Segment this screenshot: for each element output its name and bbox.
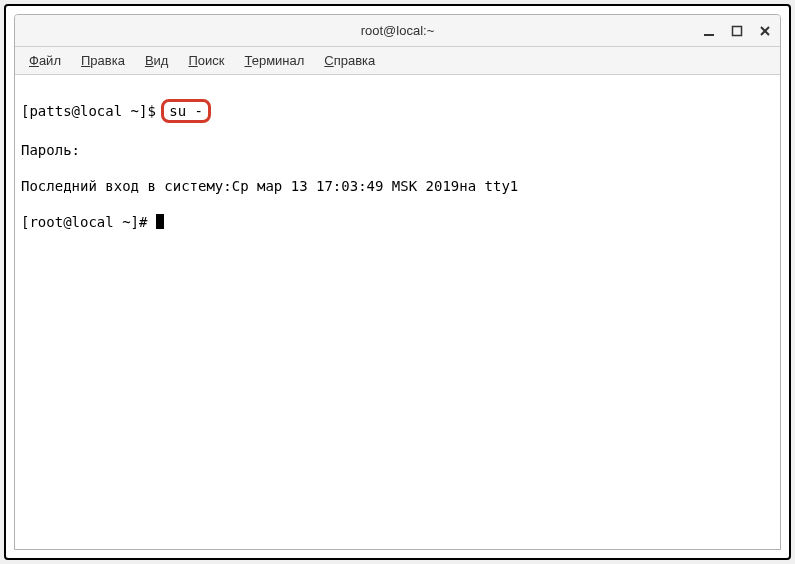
maximize-button[interactable]	[730, 24, 744, 38]
menu-view[interactable]: Вид	[135, 49, 179, 72]
menu-bar: Файл Правка Вид Поиск Терминал Справка	[15, 47, 780, 75]
prompt-root: [root@local ~]#	[21, 214, 156, 230]
terminal-line: Пароль:	[21, 141, 774, 159]
menu-terminal[interactable]: Терминал	[234, 49, 314, 72]
menu-help[interactable]: Справка	[314, 49, 385, 72]
terminal-output-area[interactable]: [patts@local ~]$ su - Пароль: Последний …	[15, 75, 780, 549]
terminal-line: Последний вход в систему:Ср мар 13 17:03…	[21, 177, 774, 195]
prompt-user: [patts@local ~]$	[21, 103, 164, 119]
terminal-line: [patts@local ~]$ su -	[21, 99, 774, 123]
menu-search[interactable]: Поиск	[178, 49, 234, 72]
window-title: root@local:~	[361, 23, 435, 38]
svg-rect-1	[733, 26, 742, 35]
terminal-window: root@local:~ Файл Правка Вид Поиск Терми…	[14, 14, 781, 550]
menu-file[interactable]: Файл	[19, 49, 71, 72]
window-controls	[702, 24, 772, 38]
terminal-line: [root@local ~]#	[21, 213, 774, 231]
minimize-button[interactable]	[702, 24, 716, 38]
highlighted-command: su -	[161, 99, 211, 123]
title-bar: root@local:~	[15, 15, 780, 47]
close-button[interactable]	[758, 24, 772, 38]
menu-edit[interactable]: Правка	[71, 49, 135, 72]
cursor-icon	[156, 214, 164, 229]
